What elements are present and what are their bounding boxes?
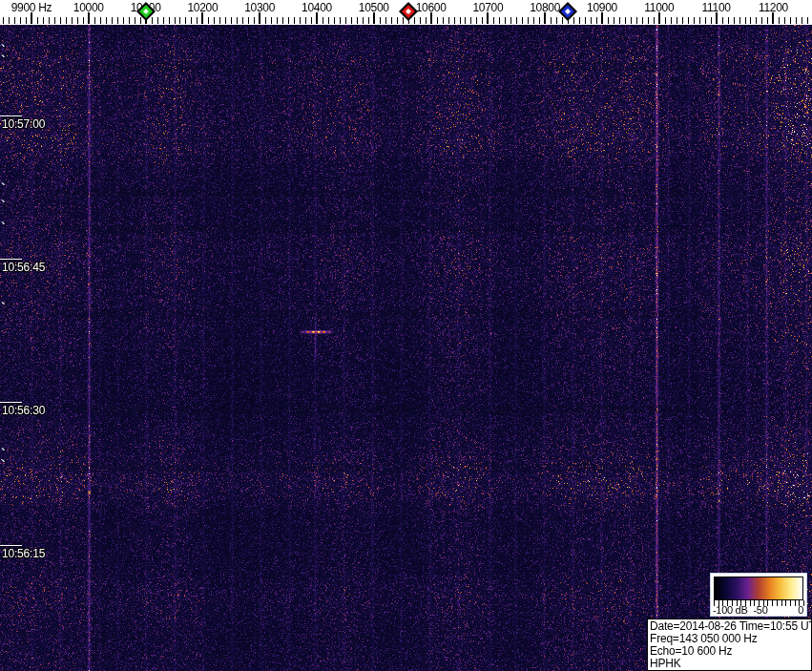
freq-tick [368,17,369,24]
freq-tick [26,17,27,24]
freq-tick [711,17,712,24]
freq-tick [60,17,61,24]
freq-tick [397,17,398,24]
freq-tick [734,17,735,24]
freq-tick [476,17,477,24]
legend-gradient-bar [714,577,803,600]
freq-tick [225,17,226,24]
freq-tick [596,17,597,24]
freq-label: 11100 [702,1,731,14]
freq-tick [585,17,586,24]
freq-label: 11200 [759,1,788,14]
info-box: Date=2014-08-26 Time=10:55 UTC Freq=143 … [647,619,812,671]
freq-tick [619,17,620,24]
freq-tick [591,17,592,24]
freq-tick [112,17,113,24]
freq-tick [163,17,164,24]
freq-tick [231,17,232,24]
freq-label: 10600 [416,1,447,14]
freq-tick [516,17,517,24]
freq-tick [175,17,176,24]
freq-tick [323,17,323,24]
freq-tick [83,17,84,24]
freq-tick [443,17,444,24]
legend-label-mid: -50 [754,604,768,616]
freq-tick [499,17,500,24]
freq-label: 10500 [359,1,389,14]
freq-tick [20,17,21,24]
freq-tick [482,17,483,24]
legend-label-min: -100 dB [713,604,747,616]
freq-tick [106,17,107,24]
freq-tick [94,17,95,24]
freq-tick [208,17,209,24]
freq-tick [311,17,312,24]
spectrogram-app-window: 10:57:0010:56:4510:56:3010:56:15 ```````… [0,0,812,671]
freq-tick [420,17,421,24]
freq-tick [14,17,15,24]
freq-tick [682,17,683,24]
freq-tick [43,17,44,24]
freq-tick [248,17,249,24]
color-scale-legend: -100 dB -50 0 [710,573,807,617]
legend-tick [790,600,791,606]
frequency-marker-blue[interactable] [558,2,577,21]
freq-tick [790,17,791,24]
freq-tick [214,17,215,24]
freq-tick [608,17,609,24]
freq-tick [539,17,540,24]
freq-tick [454,17,455,24]
freq-tick [282,17,283,24]
freq-tick [179,17,180,24]
freq-tick [648,17,649,24]
freq-tick [522,17,523,24]
freq-tick [237,17,238,24]
freq-tick [191,17,192,24]
freq-tick [300,17,301,24]
freq-tick [739,17,740,24]
freq-tick [631,17,632,24]
frequency-marker-red[interactable] [399,2,418,21]
freq-tick [426,17,427,24]
freq-tick [271,17,272,24]
freq-tick [123,17,124,24]
frequency-marker-green[interactable] [136,2,156,21]
legend-tick [803,600,804,606]
legend-tick [750,600,751,606]
legend-tick [781,600,782,606]
freq-tick [66,17,67,24]
freq-tick [351,17,352,24]
freq-tick [556,17,557,24]
legend-tick [767,600,768,606]
legend-label-max: 0 [798,604,803,616]
freq-tick [750,17,751,24]
freq-tick [288,17,289,24]
legend-tick [772,600,773,606]
freq-tick [385,17,386,24]
freq-tick [671,17,672,24]
freq-label: 10700 [472,1,503,14]
freq-tick [625,17,626,24]
freq-tick [334,17,335,24]
freq-tick [9,17,10,24]
freq-tick [470,17,471,24]
freq-tick [185,17,186,24]
freq-tick [796,17,797,24]
freq-tick [642,17,643,24]
freq-tick [328,17,329,24]
frequency-ruler: 9900 Hz100001010010200103001040010500106… [0,0,812,25]
freq-label: 10200 [187,1,218,14]
legend-tick [777,600,778,606]
spectrogram-canvas[interactable] [0,25,812,671]
freq-tick [510,17,511,24]
freq-label: 10900 [587,1,617,14]
freq-label: 10800 [530,1,560,14]
freq-tick [807,17,808,24]
freq-tick [242,17,243,24]
freq-tick [357,17,358,24]
freq-tick [767,17,768,24]
freq-tick [3,17,4,24]
freq-tick [49,17,50,24]
freq-tick [169,17,170,24]
freq-tick [129,17,130,24]
